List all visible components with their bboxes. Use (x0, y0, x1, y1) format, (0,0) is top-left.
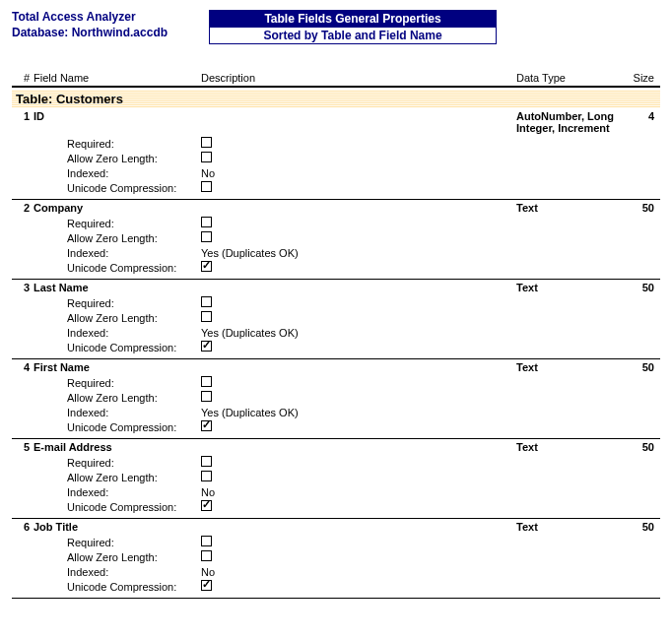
table-title-band: Table: Customers (12, 90, 660, 108)
field-type: Text (516, 361, 615, 373)
field-type: AutoNumber, Long Integer, Increment (516, 110, 615, 134)
prop-required-label: Required: (67, 297, 201, 309)
table-title-prefix: Table: (16, 92, 52, 106)
field-num: 4 (12, 361, 34, 373)
unicode-checkbox (201, 181, 212, 192)
prop-required-label: Required: (67, 377, 201, 389)
field-desc (201, 202, 516, 214)
field-block: 2CompanyText50Required:Allow Zero Length… (12, 200, 660, 280)
field-type: Text (516, 202, 615, 214)
unicode-checkbox (201, 500, 212, 511)
required-checkbox (201, 296, 212, 307)
field-type: Text (516, 282, 615, 293)
required-checkbox (201, 536, 212, 546)
col-header-size: Size (615, 72, 660, 84)
prop-allowzero-label: Allow Zero Length: (67, 232, 201, 244)
field-row: 6Job TitleText50 (12, 519, 660, 533)
prop-unicode-label: Unicode Compression: (67, 501, 201, 513)
database-line: Database: Northwind.accdb (12, 26, 209, 39)
allowzero-checkbox (201, 152, 212, 162)
field-num: 1 (12, 110, 34, 134)
field-size: 50 (615, 521, 660, 533)
field-properties: Required:Allow Zero Length:Indexed:Yes (… (12, 375, 660, 434)
field-block: 5E-mail AddressText50Required:Allow Zero… (12, 439, 660, 519)
allowzero-checkbox (201, 391, 212, 402)
col-header-desc: Description (201, 72, 516, 84)
prop-allowzero-label: Allow Zero Length: (67, 551, 201, 563)
field-name: Last Name (34, 282, 201, 293)
field-size: 50 (615, 282, 660, 293)
unicode-checkbox (201, 420, 212, 431)
app-title: Total Access Analyzer (12, 10, 209, 24)
prop-unicode-label: Unicode Compression: (67, 182, 201, 194)
prop-required-label: Required: (67, 537, 201, 548)
column-headers: # Field Name Description Data Type Size (12, 72, 660, 88)
field-properties: Required:Allow Zero Length:Indexed:Yes (… (12, 295, 660, 354)
field-num: 2 (12, 202, 34, 214)
field-size: 4 (615, 110, 660, 134)
field-row: 1IDAutoNumber, Long Integer, Increment4 (12, 108, 660, 134)
unicode-checkbox (201, 261, 212, 272)
table-name: Customers (56, 92, 123, 106)
unicode-checkbox (201, 580, 212, 591)
field-size: 50 (615, 361, 660, 373)
allowzero-checkbox (201, 311, 212, 322)
field-size: 50 (615, 202, 660, 214)
field-desc (201, 110, 516, 134)
field-name: First Name (34, 361, 201, 373)
col-header-num: # (12, 72, 34, 84)
field-type: Text (516, 441, 615, 453)
prop-indexed-label: Indexed: (67, 566, 201, 578)
field-row: 5E-mail AddressText50 (12, 439, 660, 453)
prop-allowzero-label: Allow Zero Length: (67, 472, 201, 483)
prop-unicode-label: Unicode Compression: (67, 421, 201, 433)
field-type: Text (516, 521, 615, 533)
prop-allowzero-label: Allow Zero Length: (67, 392, 201, 404)
field-properties: Required:Allow Zero Length:Indexed:NoUni… (12, 535, 660, 594)
field-name: Company (34, 202, 201, 214)
prop-indexed-label: Indexed: (67, 167, 201, 179)
indexed-value: Yes (Duplicates OK) (201, 247, 299, 259)
indexed-value: No (201, 486, 215, 498)
report-title-box: Table Fields General Properties (209, 10, 497, 28)
required-checkbox (201, 217, 212, 227)
field-properties: Required:Allow Zero Length:Indexed:Yes (… (12, 216, 660, 275)
indexed-value: Yes (Duplicates OK) (201, 407, 299, 418)
field-num: 6 (12, 521, 34, 533)
required-checkbox (201, 376, 212, 387)
unicode-checkbox (201, 341, 212, 352)
field-block: 6Job TitleText50Required:Allow Zero Leng… (12, 519, 660, 599)
report-subtitle-box: Sorted by Table and Field Name (209, 28, 497, 44)
field-desc (201, 521, 516, 533)
col-header-type: Data Type (516, 72, 615, 84)
prop-required-label: Required: (67, 138, 201, 150)
field-desc (201, 441, 516, 453)
required-checkbox (201, 456, 212, 467)
field-row: 3Last NameText50 (12, 280, 660, 293)
field-name: ID (34, 110, 201, 134)
prop-unicode-label: Unicode Compression: (67, 581, 201, 593)
prop-required-label: Required: (67, 457, 201, 469)
field-size: 50 (615, 441, 660, 453)
database-name: Northwind.accdb (72, 26, 168, 39)
prop-indexed-label: Indexed: (67, 327, 201, 339)
field-row: 4First NameText50 (12, 359, 660, 373)
prop-indexed-label: Indexed: (67, 486, 201, 498)
field-block: 3Last NameText50Required:Allow Zero Leng… (12, 280, 660, 359)
field-num: 5 (12, 441, 34, 453)
field-properties: Required:Allow Zero Length:Indexed:NoUni… (12, 136, 660, 195)
field-name: E-mail Address (34, 441, 201, 453)
database-label: Database: (12, 26, 68, 39)
field-num: 3 (12, 282, 34, 293)
prop-allowzero-label: Allow Zero Length: (67, 312, 201, 324)
field-desc (201, 282, 516, 293)
allowzero-checkbox (201, 550, 212, 561)
report-header: Total Access Analyzer Database: Northwin… (12, 10, 660, 44)
prop-indexed-label: Indexed: (67, 247, 201, 259)
field-block: 4First NameText50Required:Allow Zero Len… (12, 359, 660, 439)
prop-indexed-label: Indexed: (67, 407, 201, 418)
indexed-value: No (201, 167, 215, 179)
allowzero-checkbox (201, 231, 212, 242)
required-checkbox (201, 137, 212, 148)
field-desc (201, 361, 516, 373)
